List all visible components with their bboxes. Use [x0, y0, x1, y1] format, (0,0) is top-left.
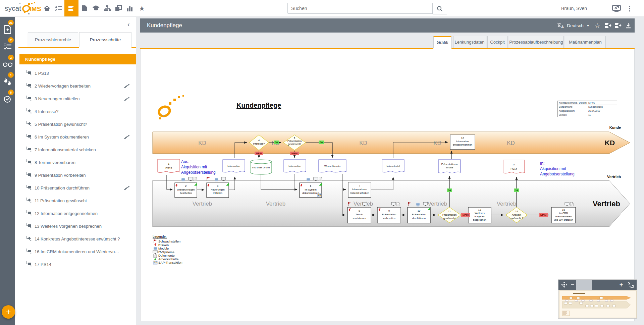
doc-praesentations-inhalte[interactable]: Präsentations- Inhalte [438, 160, 461, 173]
process-view-button-active[interactable] [64, 0, 78, 16]
tab-massnahmenplan[interactable]: Maßnahmenplan [565, 36, 606, 48]
download-button[interactable] [623, 18, 633, 33]
sub-process-icon [124, 97, 130, 102]
process-step-item[interactable]: 9 Präsentation vorbereiten [19, 169, 136, 181]
svg-text:Inhalte: Inhalte [446, 166, 453, 169]
tab-cockpit[interactable]: Cockpit [487, 36, 507, 48]
sycat-ims-logo[interactable]: sycat IMS [5, 3, 42, 14]
rail-processes[interactable]: 21 [0, 22, 15, 37]
svg-text:Termin: Termin [356, 213, 363, 216]
add-button[interactable]: + [2, 305, 15, 319]
fit-screen-icon [627, 281, 634, 288]
step-7-informationsmaterial-schicken[interactable]: 7 Informations- material schicken [348, 182, 371, 198]
collapse-panel-button[interactable]: ‹ [127, 20, 130, 28]
svg-text:Präsentations-: Präsentations- [441, 163, 458, 166]
doc-information-1[interactable]: Information [223, 160, 245, 172]
svg-text:und WV erstellen: und WV erstellen [554, 218, 573, 221]
svg-text:gewünscht?: gewünscht? [288, 143, 301, 146]
zoom-slider[interactable] [576, 280, 592, 290]
tab-prozessschritte[interactable]: Prozessschritte [79, 32, 131, 47]
step-12-information-entgegennehmen[interactable]: 12 Information entgegennehmen [450, 135, 475, 150]
language-button[interactable]: A [555, 18, 566, 33]
process-step-label: 6 Im System dokumentieren [35, 134, 89, 140]
process-step-item[interactable]: 16 Im CRM dokumentieren und Wiedervorla.… [19, 245, 136, 258]
minimap-thumbnail[interactable] [559, 290, 637, 318]
process-step-item[interactable]: 12 Information entgegennehmen [19, 207, 136, 220]
svg-text:Wiedervorlagen: Wiedervorlagen [177, 188, 195, 191]
tasks-button[interactable] [54, 0, 63, 16]
process-step-icon [26, 147, 32, 153]
kd-watermark: KD [507, 140, 515, 146]
svg-text:Schwachstellen: Schwachstellen [158, 239, 180, 243]
svg-text:gewünscht: gewünscht [443, 217, 456, 220]
db-info-ueber-grund[interactable]: Info über Grund [250, 160, 272, 174]
step-6-im-system-dokumentieren[interactable]: 6 Im System dokumentieren [300, 177, 322, 198]
tab-lenkungsdaten[interactable]: Lenkungsdaten [453, 36, 486, 48]
search-icon [437, 6, 443, 12]
more-menu-button[interactable]: ⋮ [625, 0, 635, 16]
zoom-in-button[interactable]: + [618, 280, 625, 290]
rail-tasks[interactable]: 7 [0, 39, 15, 55]
process-step-item[interactable]: 6 Im System dokumentieren [19, 130, 136, 143]
svg-text:JA: JA [448, 189, 451, 192]
pan-button[interactable] [560, 280, 569, 290]
process-step-item[interactable]: 3 Neuerungen mitteilen [19, 92, 136, 105]
process-step-label: 14 Konkretes Angebotinteresse erwünscht … [35, 236, 120, 241]
tab-prozessablaufbeschreibung[interactable]: Prozessablaufbeschreibung [509, 36, 564, 48]
export-process-button[interactable] [603, 18, 613, 33]
document-button[interactable] [80, 0, 89, 16]
svg-text:NEIN: NEIN [291, 152, 298, 155]
process-step-item[interactable]: 4 Interesse? [19, 105, 136, 118]
tab-prozesshierarchie[interactable]: Prozesshierarchie [28, 32, 78, 47]
user-name[interactable]: Braun, Sven [561, 0, 587, 16]
svg-text:JA: JA [275, 141, 278, 144]
process-step-item[interactable]: 1 PS13 [19, 67, 136, 79]
selected-process-row[interactable]: Kundenpflege [19, 54, 136, 64]
export-download-button[interactable] [613, 18, 623, 33]
doc-wunschtermin[interactable]: Wunschtermin [319, 160, 346, 172]
process-step-item[interactable]: 5 Präsentation gewünscht? [19, 118, 136, 130]
search-input[interactable] [287, 3, 438, 14]
step-13-weiteres-vorgehen-besprechen[interactable]: 13 Weiteres Vorgehen besprechen [468, 207, 491, 223]
fit-view-button[interactable] [626, 280, 636, 290]
doc-ps14-end[interactable]: 17 PS14 [503, 160, 525, 173]
copy-button[interactable] [113, 0, 123, 16]
process-step-item[interactable]: 8 Termin vereinbaren [19, 156, 136, 169]
zoom-out-button[interactable]: − [569, 280, 576, 290]
process-step-icon [26, 134, 32, 140]
home-button[interactable] [42, 0, 52, 16]
process-step-item[interactable]: 17 PS14 [19, 258, 136, 271]
process-step-item[interactable]: 14 Konkretes Angebotinteresse erwünscht … [19, 232, 136, 245]
favorites-button[interactable]: ★ [137, 0, 147, 16]
document-gear-icon [4, 25, 11, 34]
task-list-icon [55, 5, 62, 11]
rail-approvals[interactable]: 5 [0, 92, 15, 107]
process-step-item[interactable]: 11 Präsentation gewünscht [19, 194, 136, 207]
svg-text:PS13: PS13 [165, 167, 172, 170]
step-2-wiedervorlagen-bearbeiten[interactable]: 2 Wiedervorlagen bearbeiten [175, 177, 197, 198]
doc-ps13-start[interactable]: 1 PS13 [158, 159, 180, 173]
rail-feedback[interactable]: 1 [0, 74, 15, 90]
process-step-item[interactable]: 2 Wiedervorlagen bearbeiten [19, 79, 136, 92]
training-button[interactable] [91, 0, 101, 16]
svg-text:Vorgehen: Vorgehen [474, 215, 485, 218]
orgchart-button[interactable] [103, 0, 112, 16]
language-caret[interactable]: ▾ [585, 18, 591, 33]
reports-button[interactable] [125, 0, 135, 16]
favorite-button[interactable]: ☆ [592, 18, 602, 33]
process-step-item[interactable]: 7 Informationsmaterial schicken [19, 143, 136, 156]
tab-grafik[interactable]: Grafik [433, 36, 451, 48]
logo-text-ims: IMS [30, 5, 41, 13]
doc-infomaterial[interactable]: Infomaterial [382, 160, 404, 172]
process-step-item[interactable]: 10 Präsentation durchführen [19, 181, 136, 194]
svg-text:Im CRM: Im CRM [559, 212, 568, 215]
search-button[interactable] [432, 3, 447, 14]
logo-dot [28, 13, 30, 14]
rail-review[interactable]: 2 [0, 57, 15, 72]
process-step-item[interactable]: 13 Weiteres Vorgehen besprechen [19, 220, 136, 232]
language-selector[interactable]: Deutsch [566, 18, 585, 33]
step-3-neuerungen-mitteilen[interactable]: 3 Neuerungen mitteilen [207, 177, 229, 198]
session-button[interactable] [610, 0, 623, 16]
badge-approvals: 5 [8, 90, 14, 95]
doc-information-2[interactable]: Information [284, 160, 306, 172]
